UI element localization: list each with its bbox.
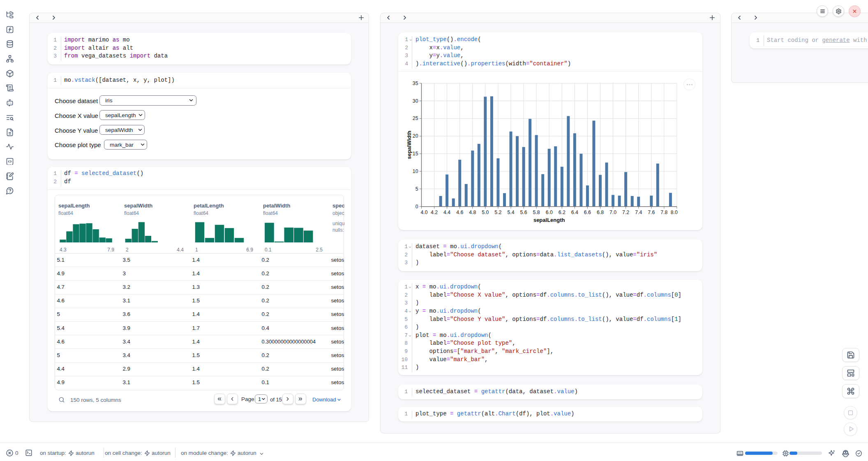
svg-text:20: 20 — [413, 133, 418, 139]
svg-text:8.0: 8.0 — [671, 210, 678, 215]
svg-text:6.4: 6.4 — [571, 210, 578, 215]
svg-text:5.8: 5.8 — [533, 210, 540, 215]
svg-text:10: 10 — [413, 168, 418, 174]
svg-text:5.4: 5.4 — [507, 210, 514, 215]
svg-text:30: 30 — [413, 98, 418, 104]
svg-text:6.6: 6.6 — [584, 210, 591, 215]
svg-text:25: 25 — [413, 115, 418, 121]
svg-text:4.2: 4.2 — [431, 210, 438, 215]
svg-text:5.6: 5.6 — [520, 210, 527, 215]
svg-text:5: 5 — [416, 186, 418, 192]
svg-text:sepalLength: sepalLength — [533, 217, 565, 223]
svg-text:15: 15 — [413, 151, 418, 157]
svg-text:6.0: 6.0 — [546, 210, 553, 215]
svg-text:7.8: 7.8 — [660, 210, 667, 215]
svg-text:7.2: 7.2 — [622, 210, 629, 215]
svg-text:7.6: 7.6 — [648, 210, 655, 215]
svg-text:6.8: 6.8 — [597, 210, 604, 215]
svg-text:6.2: 6.2 — [559, 210, 566, 215]
svg-text:4.0: 4.0 — [421, 210, 428, 215]
svg-text:0: 0 — [416, 204, 418, 210]
svg-text:7.4: 7.4 — [635, 210, 642, 215]
svg-text:sepalWidth: sepalWidth — [406, 131, 412, 159]
svg-text:7.0: 7.0 — [609, 210, 616, 215]
svg-text:4.8: 4.8 — [469, 210, 476, 215]
svg-text:35: 35 — [413, 81, 418, 86]
svg-text:5.0: 5.0 — [482, 210, 489, 215]
svg-text:4.6: 4.6 — [456, 210, 463, 215]
svg-text:5.2: 5.2 — [494, 210, 501, 215]
svg-text:4.4: 4.4 — [443, 210, 450, 215]
